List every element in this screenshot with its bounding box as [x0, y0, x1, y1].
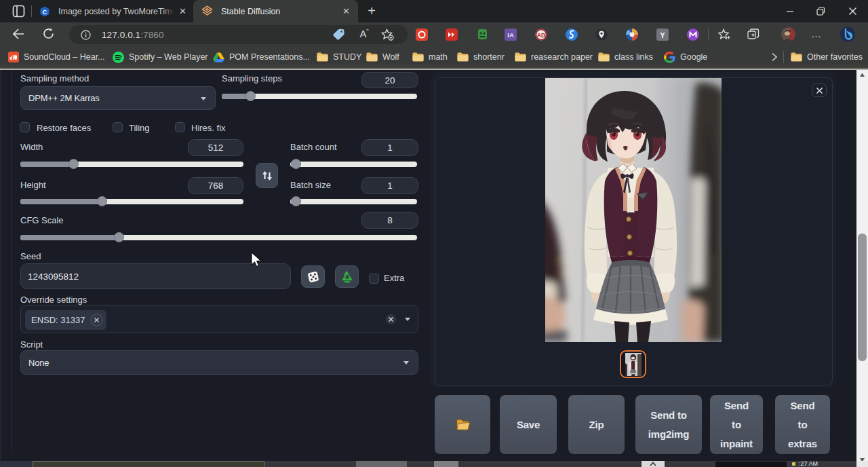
svg-text:C: C — [43, 7, 47, 15]
svg-text:IA: IA — [507, 31, 514, 39]
svg-text:Y: Y — [660, 31, 665, 39]
svg-text:AD: AD — [537, 32, 545, 39]
